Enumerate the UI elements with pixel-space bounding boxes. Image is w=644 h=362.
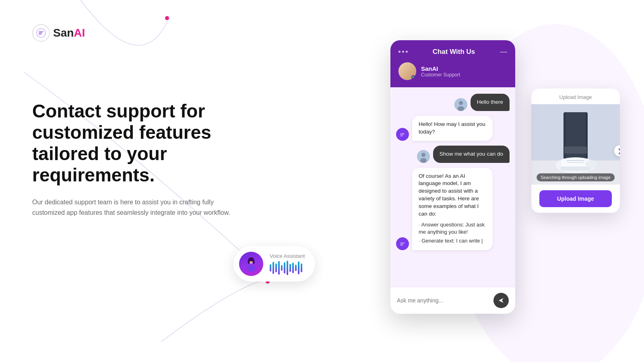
agent-info: SanAI Customer Support <box>421 65 460 78</box>
agent-role: Customer Support <box>421 72 460 78</box>
voice-assistant-card: Voice Assistant <box>233 246 315 282</box>
svg-rect-19 <box>566 112 586 165</box>
upload-panel-label: Upload Image <box>531 88 620 104</box>
message-row-1: Hello there <box>396 94 510 111</box>
message-bubble-1: Hello there <box>471 94 510 111</box>
svg-point-7 <box>253 260 255 264</box>
decorative-dot-top <box>165 16 169 20</box>
bot-avatar-2 <box>396 128 409 141</box>
logo: SanAI <box>32 24 85 42</box>
user-avatar-1 <box>454 98 467 111</box>
chat-body: Hello there Hello! How may I assist you … <box>390 87 515 287</box>
svg-rect-20 <box>564 146 587 154</box>
svg-rect-23 <box>560 167 591 171</box>
hero-subtext: Our dedicated support team is here to as… <box>32 197 242 218</box>
message-bubble-3: Show me what you can do <box>433 146 510 163</box>
chat-title: Chat With Us <box>408 48 500 56</box>
chat-header: Chat With Us — SanAI Customer Support <box>390 40 515 87</box>
svg-point-13 <box>421 153 425 157</box>
agent-name: SanAI <box>421 65 460 72</box>
message-row-3: Show me what you can do <box>396 146 510 163</box>
agent-status-dot <box>411 75 415 79</box>
voice-avatar <box>239 252 263 276</box>
voice-bars <box>270 261 305 275</box>
message-row-2: Hello! How may I assist you today? <box>396 116 510 141</box>
message-bubble-4: Of course! As an AI language model, I am… <box>412 168 493 251</box>
chat-input[interactable] <box>397 297 489 304</box>
svg-point-14 <box>420 158 427 163</box>
svg-point-3 <box>247 265 256 272</box>
upload-image-panel: ❯ Upload Image Searching through uploadi… <box>531 88 620 213</box>
voice-label: Voice Assistant <box>270 253 305 259</box>
svg-point-15 <box>399 240 406 247</box>
svg-point-6 <box>248 260 250 264</box>
svg-point-11 <box>399 131 406 138</box>
chat-dots <box>398 51 408 53</box>
chat-window: Chat With Us — SanAI Customer Support He… <box>390 40 515 314</box>
agent-avatar <box>398 62 416 80</box>
chat-agent-info: SanAI Customer Support <box>398 62 507 80</box>
upload-overlay-text: Searching through uploading image <box>537 173 615 181</box>
svg-point-10 <box>458 106 464 111</box>
capability-item-2: Generate text: I can write | <box>419 237 486 245</box>
chat-header-top: Chat With Us — <box>398 47 507 56</box>
voice-info: Voice Assistant <box>270 253 305 275</box>
main-heading: Contact support for customized features … <box>32 101 282 186</box>
svg-point-26 <box>585 160 597 168</box>
shoe-visual <box>531 104 620 185</box>
user-avatar-3 <box>417 150 430 163</box>
message-row-4: Of course! As an AI language model, I am… <box>396 168 510 251</box>
chat-input-area <box>390 287 515 314</box>
upload-image-button[interactable]: Upload Image <box>539 190 612 207</box>
logo-icon <box>32 24 50 42</box>
capability-list: Answer questions: Just ask me anything y… <box>419 220 486 246</box>
minimize-button[interactable]: — <box>500 47 507 56</box>
upload-image-box: Searching through uploading image <box>531 104 620 185</box>
send-button[interactable] <box>493 293 509 308</box>
svg-point-9 <box>459 101 463 105</box>
message-bubble-2: Hello! How may I assist you today? <box>412 116 493 141</box>
bot-avatar-4 <box>396 237 409 250</box>
hero-content: Contact support for customized features … <box>32 101 282 218</box>
logo-text: SanAI <box>53 27 85 39</box>
capability-item-1: Answer questions: Just ask me anything y… <box>419 220 486 237</box>
